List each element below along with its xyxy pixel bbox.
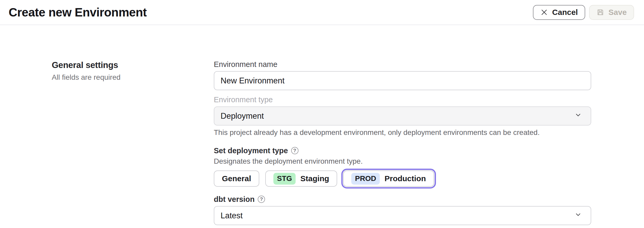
production-badge: PROD <box>351 173 380 185</box>
environment-type-value: Deployment <box>221 111 264 121</box>
save-button[interactable]: Save <box>589 5 634 20</box>
settings-form: Environment name Environment type Deploy… <box>214 25 591 228</box>
dbt-version-select[interactable]: Latest <box>214 206 591 225</box>
deployment-type-option-general[interactable]: General <box>214 170 259 187</box>
main-content: General settings All fields are required… <box>0 25 644 228</box>
settings-section-subheading: All fields are required <box>52 73 214 82</box>
deployment-type-label-text: Set deployment type <box>214 146 288 155</box>
chevron-down-icon <box>574 111 582 121</box>
deployment-type-option-staging-label: Staging <box>300 174 329 183</box>
environment-type-label: Environment type <box>214 95 591 104</box>
environment-type-select[interactable]: Deployment <box>214 106 591 126</box>
dbt-version-label-text: dbt version <box>214 195 255 204</box>
deployment-type-option-production[interactable]: PROD Production <box>343 170 434 187</box>
header-actions: Cancel Save <box>533 5 634 20</box>
deployment-type-options: General STG Staging PROD Production <box>214 170 591 187</box>
page-title: Create new Environment <box>9 5 147 19</box>
environment-name-label: Environment name <box>214 60 591 69</box>
deployment-type-option-staging[interactable]: STG Staging <box>265 170 337 187</box>
cancel-button[interactable]: Cancel <box>533 5 585 20</box>
save-icon <box>596 8 604 16</box>
question-mark-icon[interactable] <box>291 147 298 154</box>
environment-name-input[interactable] <box>214 71 591 90</box>
page-header: Create new Environment Cancel Save <box>0 0 644 25</box>
deployment-type-label: Set deployment type <box>214 146 591 155</box>
chevron-down-icon <box>574 211 582 220</box>
settings-intro: General settings All fields are required <box>0 25 214 228</box>
deployment-type-option-general-label: General <box>222 174 251 183</box>
cancel-button-label: Cancel <box>552 8 578 17</box>
staging-badge: STG <box>273 173 296 185</box>
deployment-type-helper: Designates the deployment environment ty… <box>214 157 591 166</box>
settings-section-heading: General settings <box>52 60 214 70</box>
close-icon <box>540 8 548 16</box>
dbt-version-label: dbt version <box>214 195 591 204</box>
deployment-type-option-production-label: Production <box>384 174 426 183</box>
dbt-version-value: Latest <box>221 211 243 220</box>
environment-type-helper: This project already has a development e… <box>214 128 591 137</box>
question-mark-icon[interactable] <box>258 196 265 203</box>
save-button-label: Save <box>608 8 627 17</box>
